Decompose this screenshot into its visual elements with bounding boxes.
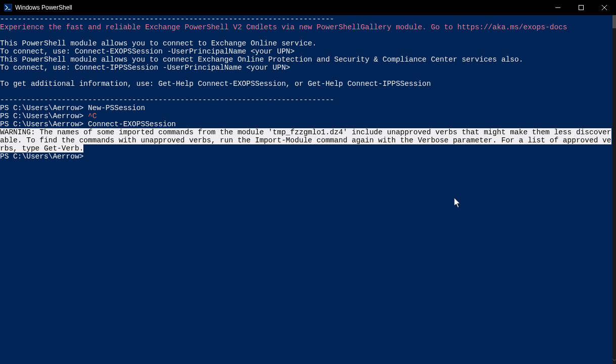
info-line: To connect, use: Connect-EXOPSSession -U…: [0, 47, 295, 56]
separator-line: ----------------------------------------…: [0, 15, 334, 23]
scrollbar-down-arrow-icon[interactable]: [612, 356, 617, 364]
svg-rect-0: [4, 4, 12, 11]
warning-message: WARNING: The names of some imported comm…: [0, 128, 611, 152]
powershell-icon: [4, 4, 12, 12]
command-text: Connect-EXOPSSession: [88, 120, 176, 128]
window-title: Windows PowerShell: [15, 4, 72, 11]
info-line: To connect, use: Connect-IPPSSession -Us…: [0, 64, 290, 72]
minimize-button[interactable]: [546, 0, 570, 15]
prompt: PS C:\Users\Aerrow>: [0, 120, 88, 128]
prompt: PS C:\Users\Aerrow>: [0, 112, 88, 120]
info-line: This PowerShell module allows you to con…: [0, 56, 523, 64]
powershell-window: Windows PowerShell ---------------------…: [0, 0, 616, 364]
vertical-scrollbar[interactable]: [612, 15, 617, 364]
scrollbar-thumb[interactable]: [612, 15, 617, 28]
info-line: To get additional information, use: Get-…: [0, 80, 431, 88]
content-area: ----------------------------------------…: [0, 15, 616, 364]
svg-rect-3: [579, 6, 584, 10]
close-button[interactable]: [593, 0, 616, 15]
separator-line: ----------------------------------------…: [0, 96, 334, 104]
terminal[interactable]: ----------------------------------------…: [0, 15, 612, 364]
maximize-button[interactable]: [570, 0, 593, 15]
experience-banner: Experience the fast and reliable Exchang…: [0, 23, 567, 31]
command-text: New-PSSession: [88, 104, 145, 112]
prompt: PS C:\Users\Aerrow>: [0, 152, 88, 161]
prompt: PS C:\Users\Aerrow>: [0, 104, 88, 112]
info-line: This PowerShell module allows you to con…: [0, 39, 317, 47]
ctrl-c-indicator: ^C: [88, 112, 97, 120]
titlebar[interactable]: Windows PowerShell: [0, 0, 616, 15]
